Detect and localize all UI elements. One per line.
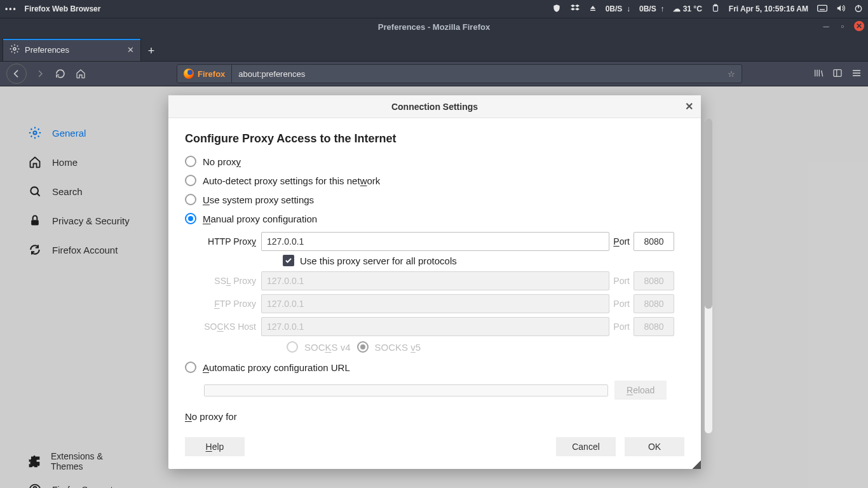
window-title: Preferences - Mozilla Firefox <box>378 22 490 32</box>
reload-button[interactable] <box>53 67 67 81</box>
clipboard-icon[interactable] <box>711 4 720 15</box>
minimize-button[interactable]: ─ <box>821 21 831 31</box>
pac-url-input <box>204 384 608 396</box>
dialog-close-icon[interactable]: ✕ <box>685 100 693 112</box>
tab-close-icon[interactable]: ✕ <box>127 45 134 55</box>
forward-button[interactable] <box>33 67 47 81</box>
firefox-icon <box>184 69 194 79</box>
close-window-button[interactable]: ✕ <box>854 21 864 31</box>
dialog-header: Connection Settings ✕ <box>168 95 701 118</box>
bookmark-star-icon[interactable]: ☆ <box>721 69 742 79</box>
library-icon[interactable] <box>813 68 824 80</box>
ftp-proxy-input <box>261 294 609 313</box>
power-icon[interactable] <box>854 4 863 15</box>
checkbox-checked-icon <box>283 255 294 266</box>
socks-host-label: SOCKS Host <box>204 322 261 332</box>
activities-icon[interactable]: ••• <box>5 4 17 13</box>
ssl-proxy-input <box>261 271 609 290</box>
radio-label: Automatic proxy configuration URL <box>203 362 350 373</box>
radio-icon <box>185 194 196 205</box>
dialog-scrollbar[interactable] <box>705 118 712 433</box>
eject-icon[interactable] <box>589 4 597 14</box>
socks-port-input <box>634 317 674 336</box>
new-tab-button[interactable]: + <box>141 41 161 61</box>
reload-pac-button: Reload <box>614 381 667 400</box>
radio-icon <box>185 213 196 224</box>
url-bar[interactable]: Firefox about:preferences ☆ <box>177 64 742 83</box>
radio-manual-proxy[interactable]: Manual proxy configuration <box>185 213 684 224</box>
socks-port-label: Port <box>609 322 634 332</box>
keyboard-icon[interactable] <box>817 4 827 14</box>
http-proxy-input[interactable] <box>261 232 609 251</box>
connection-settings-dialog: Connection Settings ✕ Configure Proxy Ac… <box>168 95 701 469</box>
radio-socks-v5 <box>357 341 369 353</box>
system-top-bar: ••• Firefox Web Browser 0B/S ↓ 0B/S ↑ ☁ … <box>0 0 868 18</box>
resize-grip[interactable] <box>692 460 701 469</box>
sidebar-toggle-icon[interactable] <box>832 68 843 80</box>
socks-host-input <box>261 317 609 336</box>
http-proxy-label: HTTP Proxy <box>204 236 261 247</box>
preferences-page: General Home Search Privacy & Security F… <box>0 86 868 488</box>
tab-label: Preferences <box>25 45 69 55</box>
window-title-bar: Preferences - Mozilla Firefox ─ ▫ ✕ <box>0 18 868 36</box>
tab-preferences[interactable]: Preferences ✕ <box>3 38 141 61</box>
radio-no-proxy[interactable]: No proxy <box>185 156 684 167</box>
radio-socks-v4 <box>287 341 298 353</box>
cancel-button[interactable]: Cancel <box>556 437 616 456</box>
http-port-input[interactable] <box>634 232 674 251</box>
url-text: about:preferences <box>232 69 311 79</box>
svg-point-6 <box>13 48 16 50</box>
volume-icon[interactable] <box>836 4 845 15</box>
net-up: 0B/S ↑ <box>639 4 664 13</box>
radio-icon <box>185 156 196 167</box>
help-button[interactable]: Help <box>185 437 245 456</box>
svg-rect-7 <box>834 69 841 76</box>
socks-v5-label: SOCKS v5 <box>375 342 421 353</box>
scrollbar-thumb[interactable] <box>705 118 712 309</box>
ftp-port-input <box>634 294 674 313</box>
tab-strip: Preferences ✕ + <box>0 36 868 61</box>
back-button[interactable] <box>6 64 27 84</box>
radio-label: Auto-detect proxy settings for this netw… <box>203 175 380 186</box>
identity-box[interactable]: Firefox <box>177 65 232 83</box>
socks-v4-label: SOCKS v4 <box>304 342 351 353</box>
ftp-port-label: Port <box>609 299 634 309</box>
temperature: ☁ 31 °C <box>673 4 702 13</box>
gear-icon <box>10 44 20 56</box>
ftp-proxy-label: FTP Proxy <box>204 299 261 309</box>
ssl-port-label: Port <box>609 276 634 286</box>
app-menu-label[interactable]: Firefox Web Browser <box>25 4 101 13</box>
dialog-title: Connection Settings <box>391 102 478 112</box>
ssl-port-input <box>634 271 674 290</box>
home-button[interactable] <box>74 67 88 81</box>
ssl-proxy-label: SSL Proxy <box>204 276 261 286</box>
radio-system-proxy[interactable]: Use system proxy settings <box>185 194 684 205</box>
use-for-all-checkbox-row[interactable]: Use this proxy server for all protocols <box>283 255 684 266</box>
radio-auto-detect[interactable]: Auto-detect proxy settings for this netw… <box>185 175 684 186</box>
net-down: 0B/S ↓ <box>606 4 630 13</box>
radio-label: Use system proxy settings <box>203 194 314 205</box>
shield-icon[interactable] <box>552 4 561 15</box>
radio-icon <box>185 175 196 186</box>
radio-pac-url[interactable]: Automatic proxy configuration URL <box>185 362 684 373</box>
radio-label: No proxy <box>203 156 241 167</box>
menu-icon[interactable] <box>851 68 862 80</box>
ok-button[interactable]: OK <box>625 437 684 456</box>
dropbox-icon[interactable] <box>570 4 580 15</box>
clock[interactable]: Fri Apr 5, 10:59:16 AM <box>729 4 808 13</box>
navigation-toolbar: Firefox about:preferences ☆ <box>0 61 868 86</box>
svg-rect-2 <box>818 5 827 11</box>
dialog-heading: Configure Proxy Access to the Internet <box>185 132 684 146</box>
radio-icon <box>185 362 196 373</box>
radio-label: Manual proxy configuration <box>203 214 317 224</box>
identity-label: Firefox <box>198 69 225 79</box>
no-proxy-for-label: No proxy for <box>185 411 684 422</box>
maximize-button[interactable]: ▫ <box>837 21 848 31</box>
http-port-label: Port <box>609 236 634 247</box>
checkbox-label: Use this proxy server for all protocols <box>300 255 457 266</box>
